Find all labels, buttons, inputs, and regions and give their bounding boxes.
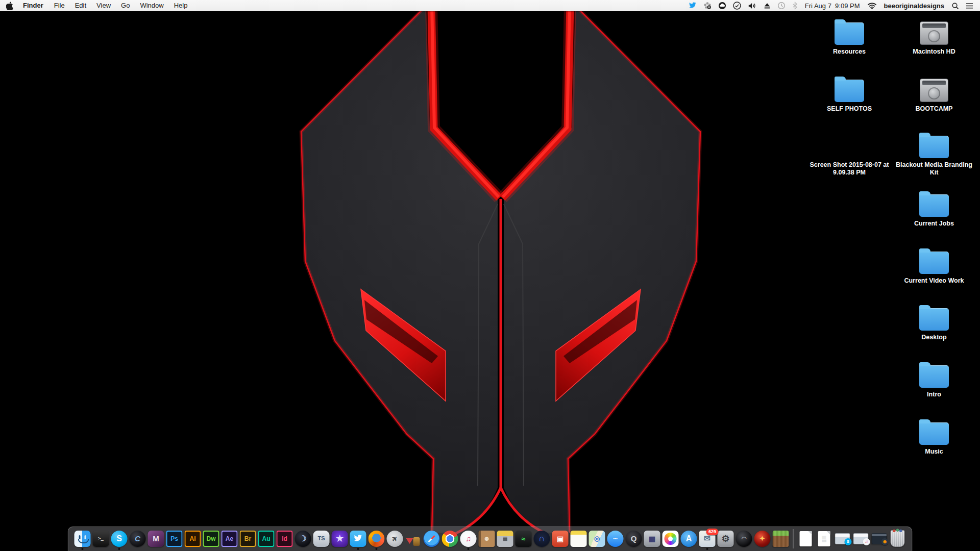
dock: >_SCMPsAiDwAeBrAuId☽TS★✈♫☻≣≈∩▣◎•••Q▦A✉62… [68,527,913,551]
dock-item-teamspeak[interactable]: TS [312,528,331,550]
dock-item-illustrator[interactable]: Ai [184,528,202,550]
dock-item-document-blank[interactable] [797,528,815,550]
min-window-itunes-icon: ♫ [853,533,869,544]
dock-item-photoshop[interactable]: Ps [165,528,184,550]
desktop-icon-current-jobs[interactable]: Current Jobs [891,187,977,228]
itunes-icon: ♫ [460,531,477,547]
document-sketch-icon: ▒ [818,531,830,546]
desktop-icon-resources[interactable]: Resources [806,15,893,56]
check-circle-icon[interactable] [731,0,743,11]
dock-item-maps[interactable]: ◎ [588,528,606,550]
desktop-icon-label: SELF PHOTOS [827,105,872,113]
bluetooth-icon[interactable] [791,0,799,11]
dock-item-launchpad[interactable]: ✈ [386,528,404,550]
desktop-icon-intro[interactable]: Intro [891,358,977,398]
desktop-icon-current-video-work[interactable]: Current Video Work [891,244,977,285]
bridge-icon: Br [240,531,256,547]
running-indicator [357,548,359,550]
dock-item-safari[interactable] [423,528,441,550]
dock-item-stacks[interactable]: ≣ [496,528,514,550]
indesign-icon: Id [277,531,293,547]
menu-item-help[interactable]: Help [169,0,193,11]
running-indicator [706,548,708,550]
dock-item-activity-monitor[interactable]: ≈ [514,528,533,550]
desktop: FinderFileEditViewGoWindowHelp Fri Aug 7… [0,0,980,551]
after-effects-icon: Ae [222,531,238,547]
notification-list-icon[interactable] [964,0,975,11]
dock-item-firefox[interactable] [368,528,386,550]
folder-icon [835,72,864,102]
desktop-icon-music[interactable]: Music [891,415,977,456]
dock-item-notes[interactable] [570,528,588,550]
drive-icon [920,72,948,102]
volume-icon[interactable] [746,0,758,11]
terminal-icon: >_ [93,531,109,547]
dock-item-twitter[interactable] [349,528,368,550]
spotlight-search-icon[interactable] [950,0,961,11]
menu-bar: FinderFileEditViewGoWindowHelp Fri Aug 7… [0,0,980,11]
menu-item-edit[interactable]: Edit [70,0,91,11]
dock-item-min-window-firefox[interactable]: ◉ [870,528,889,550]
dock-item-terminal[interactable]: >_ [92,528,110,550]
desktop-icon-desktop[interactable]: Desktop [891,301,977,341]
desktop-icon-macintosh-hd[interactable]: Macintosh HD [891,15,977,56]
menubar-clock[interactable]: Fri Aug 7 9:09 PM [803,2,862,10]
dock-item-trash[interactable] [889,528,907,550]
desktop-icon-blackout-media-branding-kit[interactable]: Blackout Media Branding Kit [891,129,977,177]
dock-item-remote-desktop[interactable]: ▣ [551,528,570,550]
dock-item-moon-app[interactable]: ☽ [294,528,312,550]
dock-item-min-window-itunes[interactable]: ♫ [852,528,870,550]
sync-paused-icon[interactable] [702,0,713,11]
dock-item-bridge[interactable]: Br [239,528,257,550]
menu-item-window[interactable]: Window [135,0,168,11]
desktop-icon-label: BOOTCAMP [916,105,953,113]
dock-item-handbrake[interactable] [404,528,423,550]
dock-item-m-app[interactable]: M [147,528,165,550]
dock-item-finder[interactable] [74,528,92,550]
dock-item-indesign[interactable]: Id [276,528,294,550]
dock-item-phoenix-orb-game[interactable]: ✦ [753,528,772,550]
dock-item-document-sketch[interactable]: ▒ [815,528,834,550]
dock-item-minecraft[interactable] [772,528,790,550]
dock-item-audacity[interactable]: ∩ [533,528,551,550]
phoenix-orb-game-icon: ✦ [754,531,771,547]
dock-item-min-window-skype[interactable]: S [834,528,852,550]
menu-item-view[interactable]: View [91,0,116,11]
wifi-icon[interactable] [866,0,878,11]
menu-item-file[interactable]: File [49,0,70,11]
time-machine-icon[interactable] [776,0,787,11]
minimized-app-badge: ◉ [881,538,889,545]
dock-item-chrome[interactable] [441,528,459,550]
dock-item-itunes[interactable]: ♫ [459,528,478,550]
dock-item-after-effects[interactable]: Ae [220,528,239,550]
dock-item-cinema4d[interactable]: C [129,528,147,550]
menu-item-go[interactable]: Go [116,0,135,11]
desktop-icon-bootcamp[interactable]: BOOTCAMP [891,72,977,113]
menu-item-finder[interactable]: Finder [17,0,49,11]
apple-menu-icon[interactable] [5,0,17,11]
remote-desktop-icon: ▣ [552,531,569,547]
dock-item-messages[interactable]: ••• [606,528,625,550]
twitter-bird-icon[interactable] [687,0,698,11]
running-indicator [376,548,378,550]
dock-separator [793,529,794,548]
m-app-icon: M [148,531,164,547]
dock-item-audition[interactable]: Au [257,528,276,550]
desktop-icon-screen-shot-2015-08-07-at-9-09-38-pm[interactable]: BMScreen Shot 2015-08-07 at 9.09.38 PM [806,129,893,177]
dock-item-skype[interactable]: S [110,528,129,550]
menubar-username[interactable]: beeoriginaldesigns [882,2,946,10]
desktop-icon-self-photos[interactable]: SELF PHOTOS [806,72,893,113]
cloud-icon[interactable] [717,0,728,11]
min-window-firefox-icon: ◉ [872,533,887,544]
dock-item-photos[interactable] [662,528,680,550]
dock-item-contacts[interactable]: ☻ [478,528,496,550]
dock-item-quicktime[interactable]: Q [625,528,643,550]
dock-item-app-store[interactable]: A [680,528,698,550]
dock-item-system-preferences[interactable]: ⚙ [717,528,735,550]
eject-icon[interactable] [762,0,772,11]
dock-item-dreamweaver[interactable]: Dw [202,528,220,550]
dock-item-dark-orb-game[interactable]: ◠ [735,528,753,550]
dock-item-projector[interactable]: ▦ [643,528,662,550]
dock-item-imovie[interactable]: ★ [331,528,349,550]
dock-item-mail[interactable]: ✉629 [698,528,717,550]
